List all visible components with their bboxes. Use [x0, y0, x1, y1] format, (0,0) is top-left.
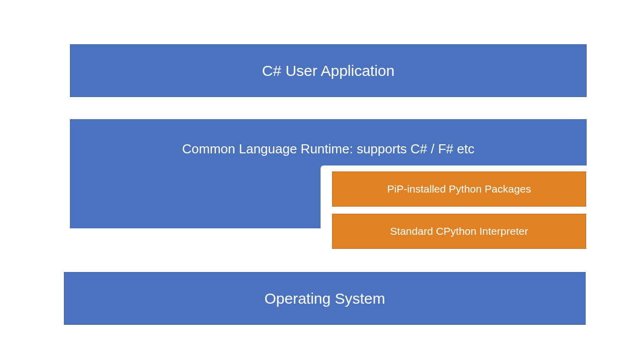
layer-operating-system-label: Operating System [264, 290, 385, 307]
layer-user-application-label: C# User Application [262, 62, 394, 79]
layer-cpython-label: Standard CPython Interpreter [390, 225, 528, 237]
layer-cpython: Standard CPython Interpreter [332, 214, 586, 249]
layer-clr-label: Common Language Runtime: supports C# / F… [70, 141, 587, 157]
layer-pip-packages-label: PiP-installed Python Packages [387, 183, 531, 195]
layer-user-application: C# User Application [70, 44, 587, 97]
layer-pip-packages: PiP-installed Python Packages [332, 171, 586, 207]
layer-operating-system: Operating System [64, 272, 586, 325]
